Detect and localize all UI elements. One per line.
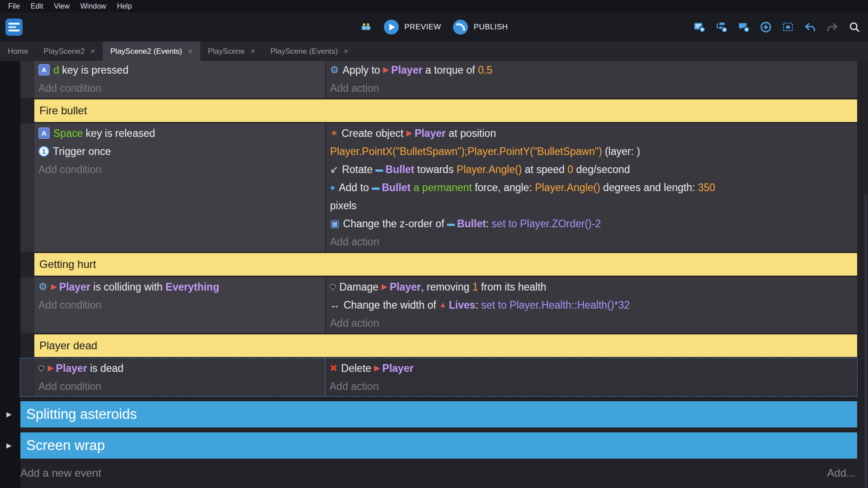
player-object-icon: ▶ — [383, 61, 389, 79]
add-action-button[interactable]: Add action — [330, 233, 857, 251]
preview-button[interactable]: PREVIEW — [383, 19, 441, 36]
close-tab-icon[interactable]: × — [188, 47, 193, 56]
add-new-icon[interactable] — [760, 21, 772, 33]
trigger-once-icon: 1 — [38, 146, 49, 157]
bullet-object-icon: ▬ — [372, 178, 379, 197]
action[interactable]: ▣Change the z-order of ▬Bullet: set to P… — [330, 215, 857, 233]
tab-label: PlayScene — [208, 47, 245, 56]
force-icon: ● — [330, 178, 335, 197]
menu-view[interactable]: View — [48, 0, 75, 12]
group-event[interactable]: ▶Screen wrap — [20, 432, 857, 459]
add-condition-button[interactable]: Add condition — [38, 79, 325, 97]
condition[interactable]: Ad key is pressed — [38, 61, 325, 79]
text-segment: from its health — [478, 281, 547, 293]
text-segment: (layer: ) — [602, 145, 640, 157]
text-segment: Player — [391, 64, 422, 76]
tab-playscene-events[interactable]: PlayScene (Events)× — [263, 42, 356, 61]
comment-event[interactable]: Getting hurt — [34, 253, 857, 276]
search-icon[interactable] — [848, 21, 861, 33]
publish-button[interactable]: PUBLISH — [452, 19, 508, 36]
tab-playscene2[interactable]: PlayScene2× — [36, 42, 103, 61]
tab-label: Home — [8, 47, 28, 56]
text-segment: d — [53, 64, 59, 76]
condition[interactable]: ⚙▶Player is colliding with Everything — [38, 278, 325, 296]
text-segment: Create object — [342, 127, 406, 139]
add-new-event-button[interactable]: Add a new event — [20, 467, 101, 479]
menu-window[interactable]: Window — [75, 0, 112, 12]
publish-icon — [452, 19, 469, 36]
conditions-column: ♥▶Player is deadAdd condition — [34, 358, 325, 396]
tab-playscene[interactable]: PlayScene× — [200, 42, 263, 61]
tab-playscene2-events[interactable]: PlayScene2 (Events)× — [103, 42, 200, 61]
event-drag-handle[interactable] — [20, 358, 34, 396]
collapse-arrow-icon[interactable]: ▶ — [6, 441, 12, 450]
event[interactable]: ASpace key is released1Trigger onceAdd c… — [20, 123, 857, 252]
condition[interactable]: ♥▶Player is dead — [38, 359, 325, 377]
text-segment: at position — [446, 127, 496, 139]
close-tab-icon[interactable]: × — [344, 47, 348, 56]
add-sub-event-icon[interactable] — [715, 21, 728, 33]
add-event-icon[interactable] — [693, 21, 706, 33]
redo-icon[interactable] — [826, 21, 839, 33]
add-comment-icon[interactable] — [737, 21, 750, 33]
lives-object-icon: ▲ — [439, 296, 447, 314]
select-instructions-icon[interactable] — [782, 21, 794, 33]
menu-help[interactable]: Help — [112, 0, 137, 12]
condition[interactable]: ASpace key is released — [38, 124, 325, 142]
vertical-scrollbar[interactable] — [864, 194, 867, 488]
collapse-arrow-icon[interactable]: ▶ — [6, 410, 12, 418]
add-action-button[interactable]: Add action — [330, 79, 857, 97]
event[interactable]: ⚙▶Player is colliding with EverythingAdd… — [20, 277, 857, 333]
rotate-icon: ↙ — [330, 160, 338, 178]
close-tab-icon[interactable]: × — [250, 47, 255, 56]
text-segment: key is pressed — [59, 64, 128, 76]
close-tab-icon[interactable]: × — [90, 47, 95, 56]
event[interactable]: Ad key is pressedAdd condition⚙Apply to … — [20, 61, 857, 98]
action[interactable]: ↔Change the width of ▲Lives: set to Play… — [330, 296, 857, 314]
action[interactable]: ✶Create object ▶Player at position Playe… — [330, 124, 857, 160]
comment-text: Fire bullet — [39, 104, 87, 117]
preview-play-icon — [383, 19, 400, 36]
add-action-button[interactable]: Add action — [330, 314, 857, 332]
action[interactable]: ⚙Apply to ▶Player a torque of 0.5 — [330, 61, 857, 79]
add-condition-button[interactable]: Add condition — [38, 377, 325, 395]
player-object-icon: ▶ — [51, 278, 57, 296]
text-segment: degrees and length: — [600, 182, 698, 193]
event-drag-handle[interactable] — [20, 123, 34, 252]
add-condition-button[interactable]: Add condition — [38, 296, 325, 314]
publish-label: PUBLISH — [474, 23, 508, 32]
text-segment: Everything — [165, 281, 219, 293]
add-more-button[interactable]: Add... — [827, 467, 855, 479]
event-drag-handle[interactable] — [20, 277, 34, 333]
debugger-icon[interactable] — [360, 21, 372, 33]
gdevelop-logo-icon[interactable] — [5, 19, 23, 36]
action[interactable]: ●Add to ▬Bullet a permanent force, angle… — [330, 178, 857, 215]
event[interactable]: ♥▶Player is deadAdd condition✖Delete ▶Pl… — [20, 358, 857, 396]
comment-event[interactable]: Fire bullet — [34, 99, 857, 122]
tab-home[interactable]: Home — [0, 42, 36, 61]
group-title: Splitting asteroids — [26, 406, 137, 422]
heart-icon: ♥ — [330, 278, 335, 296]
event-drag-handle[interactable] — [20, 61, 34, 98]
add-action-button[interactable]: Add action — [330, 377, 857, 395]
comment-event[interactable]: Player dead — [34, 334, 857, 357]
text-segment: set to — [481, 299, 506, 311]
text-segment: Player.Health::Health()*32 — [509, 299, 630, 311]
text-segment: a torque of — [422, 64, 478, 76]
text-segment: 1 — [472, 281, 478, 293]
add-condition-button[interactable]: Add condition — [38, 160, 325, 178]
text-segment: is colliding with — [90, 281, 165, 293]
comment-text: Player dead — [39, 339, 97, 352]
action[interactable]: ♥Damage ▶Player, removing 1 from its hea… — [330, 278, 857, 296]
condition[interactable]: 1Trigger once — [38, 142, 325, 160]
menu-file[interactable]: File — [3, 0, 25, 12]
action[interactable]: ✖Delete ▶Player — [330, 359, 857, 377]
action[interactable]: ↙Rotate ▬Bullet towards Player.Angle() a… — [330, 160, 857, 178]
menu-edit[interactable]: Edit — [25, 0, 49, 12]
text-segment: Change the z-order of — [343, 218, 447, 230]
bullet-object-icon: ▬ — [447, 215, 455, 233]
menu-bar: FileEditViewWindowHelp — [0, 0, 868, 12]
undo-icon[interactable] — [804, 21, 816, 33]
group-event[interactable]: ▶Splitting asteroids — [20, 401, 857, 427]
text-segment: Add to — [339, 182, 372, 193]
